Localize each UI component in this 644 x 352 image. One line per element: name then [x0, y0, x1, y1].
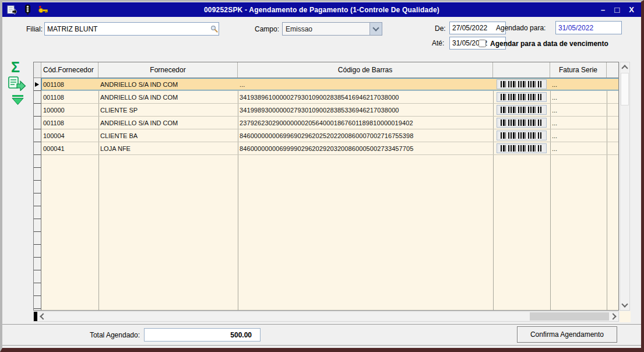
cell-fatura-serie[interactable]: ...	[550, 104, 607, 116]
cell-extra	[607, 142, 619, 154]
agendado-para-label: Agendado para:	[496, 24, 546, 32]
campo-dropdown-button[interactable]	[369, 23, 382, 35]
cell-fatura-serie[interactable]: ...	[550, 142, 607, 154]
form-icon[interactable]	[6, 5, 17, 15]
scroll-left-button[interactable]	[37, 312, 47, 321]
chevron-down-icon	[372, 24, 379, 31]
magnifier-icon[interactable]	[210, 24, 218, 35]
barcode-icon	[501, 81, 543, 87]
cell-cod-fornecedor[interactable]: 100004	[41, 129, 98, 142]
cell-fornecedor[interactable]: ANDRIELLO S/A IND COM	[98, 117, 238, 129]
cell-cod-fornecedor[interactable]: 001108	[41, 117, 98, 129]
window-title: 009252SPK - Agendamento de Pagamento (1-…	[2, 6, 641, 14]
cell-fornecedor[interactable]: ANDRIELLO S/A IND COM	[98, 91, 238, 103]
vertical-scroll-thumb[interactable]	[621, 73, 629, 105]
barcode-button[interactable]	[497, 92, 547, 102]
barcode-icon	[501, 119, 543, 126]
de-label: De:	[435, 24, 446, 33]
footer-panel: Total Agendado: Confirma Agendamento	[2, 324, 641, 346]
scroll-down-button[interactable]	[620, 300, 629, 310]
go-to-bottom-icon[interactable]	[10, 94, 25, 108]
header-extra	[607, 62, 618, 78]
agendado-para-input[interactable]	[555, 21, 622, 34]
cell-barcode[interactable]	[493, 91, 550, 103]
cell-fornecedor[interactable]: CLIENTE SP	[98, 104, 238, 116]
grid-header-row: Cód.Fornecedor Fornecedor Código de Barr…	[34, 62, 618, 78]
vencimento-checkbox-label: Agendar para a data de vencimento	[490, 40, 608, 48]
vertical-scrollbar[interactable]	[620, 62, 630, 311]
filial-input[interactable]	[44, 22, 219, 36]
grid-body: Cód.Fornecedor Fornecedor Código de Barr…	[33, 62, 619, 311]
cell-codigo-barras[interactable]: ...	[238, 78, 493, 90]
cell-extra	[607, 91, 619, 103]
vencimento-checkbox[interactable]	[478, 40, 486, 47]
barcode-button[interactable]	[497, 79, 547, 89]
cell-fatura-serie[interactable]: ...	[550, 78, 607, 90]
minimize-button[interactable]: –	[601, 6, 605, 13]
total-agendado-label: Total Agendado:	[35, 331, 140, 339]
cell-barcode[interactable]	[493, 142, 550, 154]
cell-fornecedor[interactable]: ANDRIELLO S/A IND COM	[98, 78, 238, 90]
cell-barcode[interactable]	[493, 117, 550, 129]
cell-fornecedor[interactable]: CLIENTE BA	[98, 129, 238, 142]
cell-fornecedor[interactable]: LOJA NFE	[98, 142, 238, 154]
traffic-light-icon[interactable]	[22, 5, 33, 15]
cell-codigo-barras[interactable]: 8460000000069969029620252022008600070027…	[238, 129, 493, 142]
barcode-button[interactable]	[497, 105, 547, 115]
export-records-icon[interactable]	[8, 76, 26, 93]
maximize-button[interactable]: □	[614, 5, 620, 14]
header-codigo-barras[interactable]: Código de Barras	[238, 62, 493, 78]
campo-select[interactable]: Emissao	[282, 22, 382, 36]
cell-barcode[interactable]	[493, 129, 550, 142]
sum-icon[interactable]: Σ	[11, 60, 20, 75]
cell-codigo-barras[interactable]: 3419989300000027930109002838533694621703…	[238, 104, 493, 116]
header-cod-fornecedor[interactable]: Cód.Fornecedor	[41, 62, 98, 78]
table-row[interactable]: 001108 ANDRIELLO S/A IND COM 23792623029…	[41, 117, 619, 129]
campo-label: Campo:	[255, 25, 279, 33]
confirma-agendamento-button[interactable]: Confirma Agendamento	[517, 326, 617, 343]
total-agendado-value	[144, 328, 261, 342]
cell-fatura-serie[interactable]: ...	[550, 129, 607, 142]
cell-extra	[607, 104, 619, 116]
barcode-button[interactable]	[497, 143, 547, 153]
cell-extra	[607, 117, 619, 129]
cell-extra	[607, 78, 619, 90]
close-button[interactable]: X	[629, 6, 634, 13]
barcode-button[interactable]	[497, 118, 547, 128]
barcode-icon	[501, 145, 543, 152]
horizontal-scrollbar[interactable]	[33, 311, 619, 322]
table-row[interactable]: 001108 ANDRIELLO S/A IND COM 34193896100…	[41, 91, 619, 104]
cell-cod-fornecedor[interactable]: 001108	[41, 78, 98, 90]
horizontal-scroll-thumb[interactable]	[530, 312, 609, 321]
table-row[interactable]: 001108 ANDRIELLO S/A IND COM ... ...	[41, 78, 619, 91]
table-row[interactable]: 100000 CLIENTE SP 3419989300000027930109…	[41, 104, 619, 117]
ate-label: Até:	[432, 39, 444, 47]
header-fatura-serie[interactable]: Fatura Serie	[550, 62, 607, 78]
table-row[interactable]: 000041 LOJA NFE 846000000006999902962029…	[41, 142, 619, 155]
barcode-button[interactable]	[497, 131, 547, 140]
cell-fatura-serie[interactable]: ...	[550, 117, 607, 129]
header-barcode[interactable]	[493, 62, 550, 78]
cell-barcode[interactable]	[493, 104, 550, 116]
cell-barcode[interactable]	[493, 78, 550, 90]
payments-grid: Cód.Fornecedor Fornecedor Código de Barr…	[33, 62, 631, 322]
scroll-right-button[interactable]	[608, 312, 618, 321]
cell-codigo-barras[interactable]: 3419389610000027930109002838541694621703…	[238, 91, 493, 103]
campo-selected-value: Emissao	[283, 25, 369, 33]
table-row[interactable]: 100004 CLIENTE BA 8460000000069969029620…	[41, 129, 619, 142]
header-fornecedor[interactable]: Fornecedor	[98, 62, 238, 78]
cell-codigo-barras[interactable]: 2379262302900000002056400018676011898100…	[238, 117, 493, 129]
barcode-icon	[501, 94, 543, 100]
scroll-up-button[interactable]	[620, 62, 629, 72]
cell-cod-fornecedor[interactable]: 100000	[41, 104, 98, 116]
filial-label: Filial:	[26, 25, 43, 33]
cell-extra	[607, 129, 619, 142]
row-selector-strip[interactable]	[34, 78, 41, 310]
key-icon[interactable]	[38, 5, 48, 15]
cell-fatura-serie[interactable]: ...	[550, 91, 607, 103]
cell-cod-fornecedor[interactable]: 001108	[41, 91, 98, 103]
cell-codigo-barras[interactable]: 8460000000069999029620292032008600050027…	[238, 142, 493, 154]
titlebar[interactable]: 009252SPK - Agendamento de Pagamento (1-…	[2, 2, 641, 17]
cell-cod-fornecedor[interactable]: 000041	[41, 142, 98, 154]
current-row-marker	[35, 82, 39, 87]
